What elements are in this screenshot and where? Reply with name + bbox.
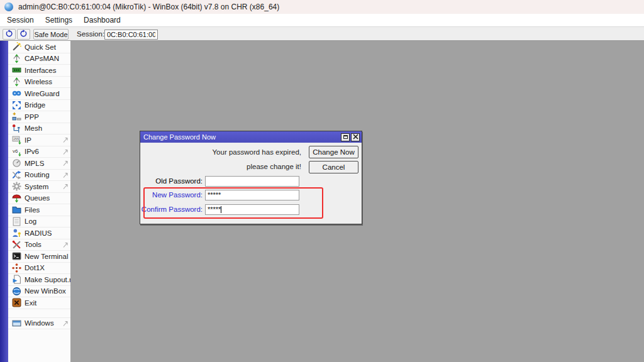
menu-settings[interactable]: Settings — [40, 14, 78, 26]
ip-icon: 255 — [11, 135, 21, 145]
sidebar-item-capsman[interactable]: CAPsMAN — [8, 53, 70, 65]
sidebar-item-wireless[interactable]: Wireless — [8, 77, 70, 89]
sidebar-item-system[interactable]: System — [8, 181, 70, 193]
sidebar-item-tools[interactable]: Tools — [8, 239, 70, 251]
sidebar-item-files[interactable]: Files — [8, 204, 70, 216]
sidebar-item-mpls[interactable]: MPLS — [8, 158, 70, 170]
maximize-icon — [343, 135, 348, 139]
sidebar-item-dot1x[interactable]: Dot1X — [8, 263, 70, 275]
dot1x-icon — [11, 263, 21, 273]
sidebar-item-new-winbox[interactable]: New WinBox — [8, 286, 70, 298]
sidebar-item-queues[interactable]: Queues — [8, 193, 70, 205]
undo-button[interactable] — [3, 29, 16, 40]
sidebar-item-ip[interactable]: 255IP — [8, 134, 70, 146]
undo-arrow-icon — [5, 30, 13, 39]
capsman-icon — [11, 54, 21, 63]
sidebar-item-new-terminal[interactable]: New Terminal — [8, 251, 70, 263]
menubar: Session Settings Dashboard — [0, 14, 644, 26]
window-titlebar: admin@0C:B0:C0:61:00:04 (MikroTik) - Win… — [0, 0, 644, 14]
sidebar-item-ipv6[interactable]: v6IPv6 — [8, 146, 70, 158]
dialog-maximize-button[interactable] — [341, 133, 350, 141]
ipv6-icon: v6 — [11, 147, 21, 156]
mesh-icon — [11, 124, 21, 133]
submenu-arrow-icon — [62, 172, 69, 178]
sidebar-item-label: Mesh — [25, 124, 42, 132]
new-terminal-icon — [11, 251, 21, 261]
sidebar-item-mesh[interactable]: Mesh — [8, 123, 70, 135]
confirm-password-value: ***** — [208, 206, 221, 213]
sidebar-item-windows[interactable]: Windows — [8, 318, 70, 330]
svg-text:255: 255 — [13, 137, 19, 141]
sidebar-item-label: Make Supout.rif — [25, 276, 75, 283]
files-icon — [11, 205, 21, 214]
sidebar-item-routing[interactable]: Routing — [8, 170, 70, 182]
new-password-input[interactable]: ***** — [205, 190, 299, 200]
menu-session[interactable]: Session — [1, 14, 40, 26]
submenu-arrow-icon — [62, 183, 69, 190]
sidebar-item-make-supout-rif[interactable]: Make Supout.rif — [8, 274, 70, 286]
submenu-arrow-icon — [62, 148, 69, 155]
sidebar-item-label: Log — [25, 217, 36, 225]
sidebar-item-label: Queues — [25, 194, 50, 202]
sidebar-item-label: Files — [25, 206, 40, 214]
sidebar-item-label: CAPsMAN — [25, 55, 59, 62]
sidebar-item-radius[interactable]: RADIUS — [8, 228, 70, 239]
text-caret — [221, 206, 221, 213]
routing-icon — [11, 170, 21, 180]
submenu-arrow-icon — [62, 160, 69, 167]
redo-button[interactable] — [17, 29, 30, 40]
tools-icon — [11, 240, 21, 250]
windows-icon — [11, 319, 21, 328]
winbox-window: { "window": { "title": "admin@0C:B0:C0:6… — [0, 0, 644, 362]
mpls-icon — [11, 158, 21, 168]
sidebar-item-interfaces[interactable]: Interfaces — [8, 65, 70, 77]
sidebar-spacer — [8, 309, 70, 318]
sidebar-item-label: Tools — [25, 241, 42, 248]
dialog-title: Change Password Now — [143, 133, 340, 141]
window-title: admin@0C:B0:C0:61:00:04 (MikroTik) - Win… — [18, 3, 279, 11]
queues-icon — [11, 194, 21, 203]
menu-dashboard[interactable]: Dashboard — [78, 14, 126, 26]
sidebar-item-label: New Terminal — [25, 253, 68, 260]
winbox-globe-icon — [4, 3, 13, 11]
submenu-arrow-icon — [62, 136, 69, 143]
old-password-label: Old Password: — [140, 176, 203, 187]
sidebar-item-label: System — [25, 183, 48, 190]
sidebar-item-bridge[interactable]: Bridge — [8, 100, 70, 112]
sidebar-item-ppp[interactable]: PPP — [8, 111, 70, 123]
sidebar-item-label: Wireless — [25, 78, 52, 85]
new-password-value: ***** — [208, 191, 221, 199]
sidebar-item-label: Quick Set — [25, 43, 56, 51]
svg-text:v6: v6 — [13, 148, 18, 154]
cancel-button[interactable]: Cancel — [309, 161, 358, 173]
log-icon — [11, 217, 21, 226]
sidebar-item-label: Exit — [25, 299, 36, 307]
sidebar-item-label: Dot1X — [25, 264, 45, 272]
sidebar-item-label: PPP — [25, 113, 39, 121]
toolbar: Safe Mode Session: — [0, 26, 644, 41]
sidebar-item-exit[interactable]: Exit — [8, 297, 70, 309]
change-password-dialog: Change Password Now Your password has ex… — [140, 131, 362, 224]
bridge-icon — [11, 101, 21, 110]
sidebar: Quick SetCAPsMANInterfacesWirelessWireGu… — [0, 41, 70, 362]
sidebar-item-label: MPLS — [25, 160, 44, 167]
change-now-button[interactable]: Change Now — [309, 146, 358, 158]
dialog-titlebar[interactable]: Change Password Now — [140, 131, 362, 143]
old-password-input[interactable] — [205, 176, 299, 187]
session-label: Session: — [77, 30, 104, 38]
submenu-arrow-icon — [62, 320, 69, 327]
sidebar-item-label: Routing — [25, 171, 50, 178]
exit-icon — [11, 298, 21, 307]
sidebar-gradient-strip — [0, 41, 8, 362]
sidebar-item-wireguard[interactable]: WireGuard — [8, 88, 70, 100]
sidebar-item-label: IPv6 — [25, 148, 39, 155]
dialog-close-button[interactable] — [351, 133, 360, 141]
sidebar-item-quick-set[interactable]: Quick Set — [8, 41, 70, 53]
session-input[interactable] — [104, 30, 158, 40]
confirm-password-label: Confirm Password: — [140, 204, 203, 215]
make-supout-icon — [11, 275, 21, 284]
safe-mode-button[interactable]: Safe Mode — [33, 29, 69, 40]
wireless-icon — [11, 77, 21, 87]
confirm-password-input[interactable]: ***** — [205, 204, 299, 215]
sidebar-item-log[interactable]: Log — [8, 216, 70, 228]
